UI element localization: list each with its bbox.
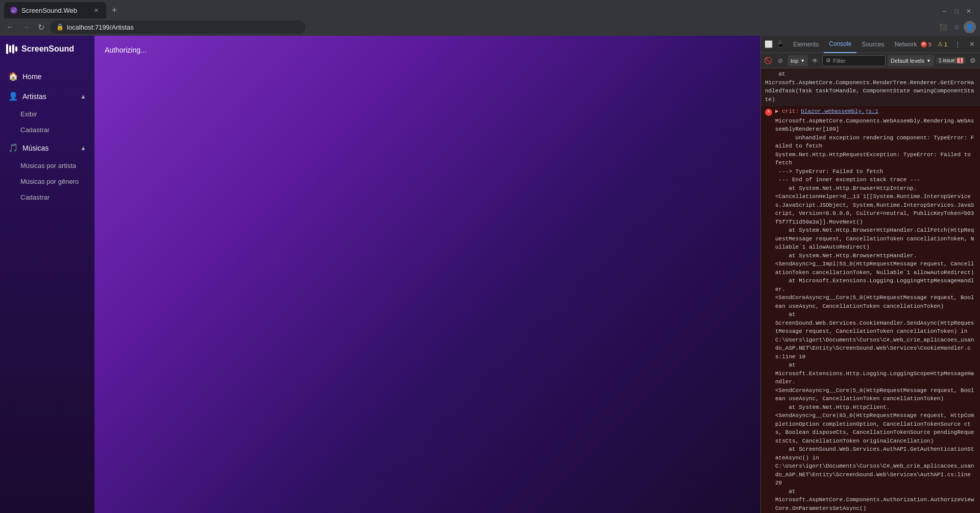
sidebar-item-musicas-por-artista[interactable]: Músicas por artista xyxy=(0,158,94,174)
sidebar-item-artistas[interactable]: 👤 Artistas ▲ xyxy=(0,86,94,106)
console-content[interactable]: at Microsoft.AspNetCore.Components.Rende… xyxy=(761,68,980,513)
warning-count-badge[interactable]: ⚠ 1 xyxy=(936,41,949,47)
tab-network[interactable]: Network xyxy=(889,36,917,53)
artistas-chevron: ▲ xyxy=(80,93,86,100)
profile-btn[interactable]: 👤 xyxy=(964,21,976,33)
close-btn[interactable]: ✕ xyxy=(964,6,974,16)
tab-close-btn[interactable]: ✕ xyxy=(92,6,100,14)
tab-console[interactable]: Console xyxy=(824,36,856,53)
address-bar[interactable]: 🔒 localhost:7199/Artistas xyxy=(50,20,305,34)
maximize-btn[interactable]: □ xyxy=(951,6,962,16)
default-levels-dropdown[interactable]: Default levels ▼ xyxy=(888,55,934,66)
sidebar-nav: 🏠 Home 👤 Artistas ▲ Exibir Cadastrar xyxy=(0,62,94,513)
tab-sources[interactable]: Sources xyxy=(856,36,889,53)
authorizing-text: Authorizing... xyxy=(105,46,147,54)
refresh-btn[interactable]: ↻ xyxy=(35,21,47,33)
devtools-close-btn[interactable]: ✕ xyxy=(966,38,978,51)
issue-num: 1 xyxy=(957,58,963,63)
nav-right-btns: ⬛ ☆ 👤 xyxy=(937,21,976,33)
tab-favicon: 🔊 xyxy=(10,7,17,14)
sidebar: ScreenSound 🏠 Home 👤 Artistas ▲ Exibir xyxy=(0,36,94,513)
devtools-top-toolbar: ⬜ 📱 Elements Console Sources Network » xyxy=(761,36,980,53)
devtools-tabs-row: Elements Console Sources Network » xyxy=(788,36,917,53)
filter-input[interactable]: ⚙ Filter xyxy=(822,55,886,66)
filter-placeholder: Filter xyxy=(833,58,845,64)
sidebar-section-musicas: 🎵 Músicas ▲ Músicas por artista Músicas … xyxy=(0,138,94,205)
musicas-icon: 🎵 xyxy=(8,143,18,153)
sidebar-item-musicas-por-genero[interactable]: Músicas por gênero xyxy=(0,174,94,189)
default-levels-label: Default levels xyxy=(891,58,924,64)
default-levels-arrow: ▼ xyxy=(926,58,931,63)
console-filter-input-icon[interactable]: ⊘ xyxy=(775,56,785,66)
issue-badge[interactable]: 1 issue: 1 xyxy=(936,57,966,64)
browser-chrome: 🔊 ScreenSound.Web ✕ + − □ ✕ ← → ↻ 🔒 loca… xyxy=(0,0,980,36)
devtools-more-btn[interactable]: ⋮ xyxy=(951,38,964,51)
home-label: Home xyxy=(22,72,41,81)
entry-text: at Microsoft.AspNetCore.Components.Rende… xyxy=(765,71,974,103)
logo-icon xyxy=(6,44,17,54)
devtools-panel: ⬜ 📱 Elements Console Sources Network » xyxy=(760,36,980,513)
filter-icon: ⚙ xyxy=(826,57,831,64)
warning-triangle-icon: ⚠ xyxy=(938,41,943,47)
top-label: top xyxy=(791,58,798,64)
sidebar-item-cadastrar-musicas[interactable]: Cadastrar xyxy=(0,189,94,205)
console-settings-btn[interactable]: ⚙ xyxy=(968,56,978,66)
console-entry-error-1: ✕ ▶ crit: blazor.webassembly.js:1 Micros… xyxy=(761,106,980,513)
error-link-1[interactable]: blazor.webassembly.js:1 xyxy=(801,107,878,116)
sidebar-item-home[interactable]: 🏠 Home xyxy=(0,66,94,86)
devtools-device-btn[interactable]: 📱 xyxy=(775,38,786,51)
address-text: localhost:7199/Artistas xyxy=(67,23,134,31)
error-circle-icon: ✕ xyxy=(921,41,927,47)
error-text-1: Microsoft.AspNetCore.Components.WebAssem… xyxy=(775,117,976,514)
error-icon-1: ✕ xyxy=(765,109,772,116)
nav-bar: ← → ↻ 🔒 localhost:7199/Artistas ⬛ ☆ 👤 xyxy=(0,18,980,36)
forward-btn[interactable]: → xyxy=(19,21,32,33)
devtools-inspect-btn[interactable]: ⬜ xyxy=(763,38,774,51)
extensions-btn[interactable]: ⬛ xyxy=(937,21,949,33)
top-context-dropdown[interactable]: top ▼ xyxy=(787,55,808,66)
bookmark-btn[interactable]: ☆ xyxy=(950,21,963,33)
sidebar-item-exibir[interactable]: Exibir xyxy=(0,106,94,122)
lock-icon: 🔒 xyxy=(56,23,64,31)
active-tab[interactable]: 🔊 ScreenSound.Web ✕ xyxy=(4,2,106,18)
artistas-label: Artistas xyxy=(22,92,46,101)
minimize-btn[interactable]: − xyxy=(939,6,949,16)
sidebar-item-musicas[interactable]: 🎵 Músicas ▲ xyxy=(0,138,94,158)
sidebar-item-cadastrar-artistas[interactable]: Cadastrar xyxy=(0,122,94,138)
main-layout: ScreenSound 🏠 Home 👤 Artistas ▲ Exibir xyxy=(0,36,980,513)
back-btn[interactable]: ← xyxy=(4,21,16,33)
main-content: Authorizing... xyxy=(94,36,760,513)
devtools-right: ✕ 9 ⚠ 1 ⋮ ✕ xyxy=(919,38,978,51)
tab-bar: 🔊 ScreenSound.Web ✕ + − □ ✕ xyxy=(0,0,980,18)
artistas-icon: 👤 xyxy=(8,91,18,101)
logo-area: ScreenSound xyxy=(0,36,94,62)
console-eye-btn[interactable]: 👁 xyxy=(810,56,820,66)
crit-label-1: ▶ crit: xyxy=(775,107,799,116)
musicas-chevron: ▲ xyxy=(80,144,86,152)
musicas-label: Músicas xyxy=(22,144,49,152)
sidebar-section-artistas: 👤 Artistas ▲ Exibir Cadastrar xyxy=(0,86,94,138)
tab-title: ScreenSound.Web xyxy=(21,7,77,14)
new-tab-btn[interactable]: + xyxy=(107,3,122,17)
error-count-badge[interactable]: ✕ 9 xyxy=(919,41,934,47)
window-controls: − □ ✕ xyxy=(939,6,976,18)
error-content-1: ▶ crit: blazor.webassembly.js:1 Microsof… xyxy=(775,107,976,513)
dropdown-arrow: ▼ xyxy=(800,58,805,63)
home-icon: 🏠 xyxy=(8,71,18,81)
console-entry-plain-top: at Microsoft.AspNetCore.Components.Rende… xyxy=(761,68,980,106)
console-toolbar: 🚫 ⊘ top ▼ 👁 ⚙ Filter Default levels ▼ 1 … xyxy=(761,53,980,68)
issue-label: 1 issue: xyxy=(939,58,956,63)
tab-elements[interactable]: Elements xyxy=(788,36,824,53)
console-clear-btn[interactable]: 🚫 xyxy=(763,56,773,66)
logo-text: ScreenSound xyxy=(21,44,74,54)
